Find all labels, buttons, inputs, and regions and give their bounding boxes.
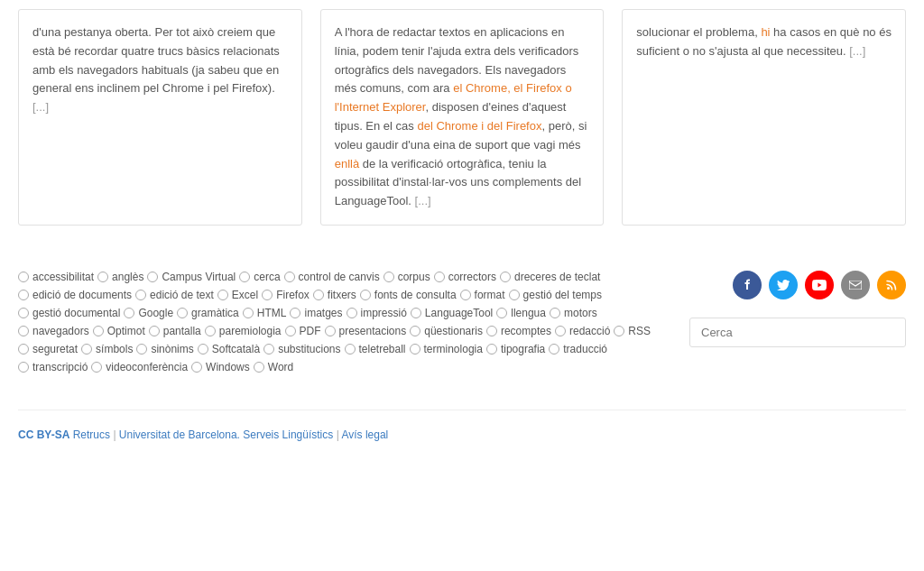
tag-link[interactable]: motors — [564, 307, 597, 319]
tag-link[interactable]: edició de text — [150, 289, 214, 301]
tag-link[interactable]: navegadors — [32, 325, 89, 337]
rss-icon[interactable] — [877, 271, 906, 299]
footer-universitat-link[interactable]: Universitat de Barcelona. Serveis Lingüí… — [119, 428, 333, 441]
tag-link[interactable]: HTML — [257, 307, 287, 319]
tag-link[interactable]: impressió — [361, 307, 407, 319]
facebook-icon[interactable] — [733, 271, 762, 299]
tag-link[interactable]: seguretat — [32, 343, 78, 355]
tag-link[interactable]: edició de documents — [32, 289, 132, 301]
tag-item: corpus — [383, 271, 430, 283]
tag-link[interactable]: recomptes — [501, 325, 551, 337]
tag-item: pantalla — [149, 325, 201, 337]
tag-item: PDF — [285, 325, 321, 337]
tag-link[interactable]: qüestionaris — [424, 325, 483, 337]
tag-item: HTML — [243, 307, 287, 319]
tag-link[interactable]: tipografia — [501, 343, 545, 355]
search-input[interactable] — [689, 318, 906, 347]
tag-link[interactable]: pantalla — [163, 325, 201, 337]
tag-link[interactable]: accessibilitat — [32, 271, 94, 283]
tag-item: accessibilitat — [18, 271, 94, 283]
tag-link[interactable]: videoconferència — [106, 361, 188, 373]
tag-link[interactable]: presentacions — [339, 325, 407, 337]
tag-link[interactable]: Optimot — [107, 325, 145, 337]
tag-item: redacció — [555, 325, 610, 337]
tag-item: correctors — [434, 271, 496, 283]
tag-link[interactable]: Firefox — [276, 289, 310, 301]
tag-link[interactable]: transcripció — [32, 361, 88, 373]
tag-link[interactable]: Campus Virtual — [162, 271, 236, 283]
article-card-2: A l'hora de redactar textos en aplicacio… — [320, 9, 605, 226]
tag-item: edició de text — [135, 289, 214, 301]
tag-link[interactable]: RSS — [628, 325, 651, 337]
tag-item: paremiologia — [205, 325, 282, 337]
tag-link[interactable]: corpus — [398, 271, 430, 283]
tag-link[interactable]: paremiologia — [219, 325, 282, 337]
tag-item: símbols — [81, 343, 133, 355]
tag-link[interactable]: fitxers — [328, 289, 356, 301]
tag-link[interactable]: Excel — [232, 289, 258, 301]
tag-item: qüestionaris — [410, 325, 483, 337]
svg-rect-0 — [849, 281, 862, 290]
email-icon[interactable] — [841, 271, 870, 299]
article-card-1-readmore[interactable]: [...] — [32, 100, 49, 114]
article-card-1-text: d'una pestanya oberta. Per tot això crei… — [32, 23, 288, 117]
tag-link[interactable]: sinònims — [151, 343, 193, 355]
tag-link[interactable]: teletreball — [359, 343, 406, 355]
twitter-icon[interactable] — [769, 271, 798, 299]
tag-item: Firefox — [262, 289, 310, 301]
tag-item: Optimot — [93, 325, 145, 337]
tag-link[interactable]: dreceres de teclat — [514, 271, 600, 283]
tag-item: fonts de consulta — [360, 289, 457, 301]
tag-link[interactable]: gestió del temps — [523, 289, 602, 301]
tag-item: Softcatalà — [198, 343, 260, 355]
svg-point-1 — [887, 287, 890, 290]
footer-retrucs-link[interactable]: Retrucs — [73, 428, 110, 441]
tag-link[interactable]: Softcatalà — [212, 343, 260, 355]
tag-link[interactable]: terminologia — [424, 343, 483, 355]
article-card-2-readmore[interactable]: [...] — [415, 194, 431, 207]
tag-link[interactable]: correctors — [448, 271, 496, 283]
footer-cc-link[interactable]: CC BY-SA — [18, 428, 69, 441]
tag-item: Google — [124, 307, 173, 319]
tag-item: terminologia — [410, 343, 483, 355]
article-card-3-text: solucionar el problema, hi ha casos en q… — [636, 23, 892, 61]
tag-link[interactable]: gramàtica — [191, 307, 239, 319]
article-card-2-link3[interactable]: enllà — [335, 157, 359, 170]
article-card-1: d'una pestanya oberta. Per tot això crei… — [18, 9, 302, 226]
tag-item: navegadors — [18, 325, 89, 337]
tag-link[interactable]: substitucions — [278, 343, 340, 355]
tag-link[interactable]: llengua — [511, 307, 546, 319]
tag-item: videoconferència — [91, 361, 188, 373]
tag-link[interactable]: símbols — [96, 343, 133, 355]
article-card-2-link1[interactable]: el Chrome, el Firefox o l'Internet Explo… — [335, 81, 572, 114]
youtube-icon[interactable] — [805, 271, 834, 299]
footer-avis-link[interactable]: Avís legal — [341, 428, 388, 441]
tag-link[interactable]: cerca — [254, 271, 280, 283]
tag-link[interactable]: traducció — [563, 343, 607, 355]
tags-container: accessibilitatanglèsCampus Virtualcercac… — [18, 271, 662, 373]
tag-link[interactable]: imatges — [304, 307, 342, 319]
tag-link[interactable]: anglès — [112, 271, 143, 283]
tag-link[interactable]: LanguageTool — [425, 307, 493, 319]
right-sidebar — [689, 262, 906, 391]
tag-link[interactable]: control de canvis — [299, 271, 380, 283]
tag-link[interactable]: Word — [268, 361, 293, 373]
tag-item: impressió — [346, 307, 407, 319]
tags-area: accessibilitatanglèsCampus Virtualcercac… — [18, 262, 662, 391]
tag-link[interactable]: Windows — [206, 361, 250, 373]
article-card-2-link2[interactable]: del Chrome i del Firefox — [417, 119, 541, 133]
tag-item: Campus Virtual — [147, 271, 236, 283]
tag-link[interactable]: redacció — [569, 325, 610, 337]
tag-item: cerca — [239, 271, 280, 283]
tag-item: edició de documents — [18, 289, 132, 301]
article-card-3-readmore[interactable]: [...] — [849, 44, 865, 58]
article-card-3: solucionar el problema, hi ha casos en q… — [622, 9, 906, 226]
tag-link[interactable]: gestió documental — [32, 307, 120, 319]
article-card-3-link1[interactable]: hi — [761, 25, 770, 39]
tag-link[interactable]: format — [475, 289, 505, 301]
tag-item: substitucions — [263, 343, 340, 355]
tag-link[interactable]: PDF — [300, 325, 321, 337]
tag-link[interactable]: fonts de consulta — [374, 289, 457, 301]
tag-item: traducció — [549, 343, 607, 355]
tag-link[interactable]: Google — [138, 307, 173, 319]
